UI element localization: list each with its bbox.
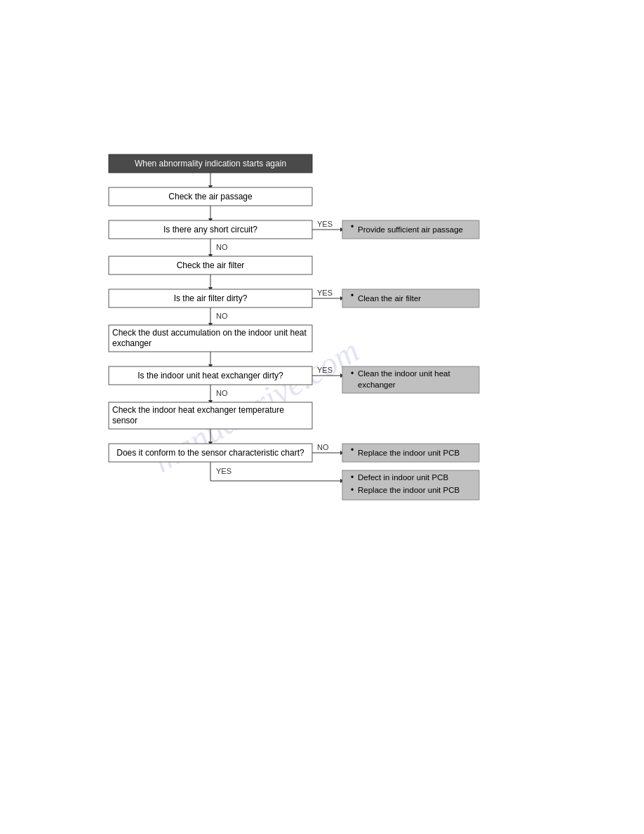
q3-yes-label: YES — [317, 366, 333, 374]
q3-label: Is the indoor unit heat exchanger dirty? — [137, 371, 283, 380]
q1-action-label: Provide sufficient air passage — [358, 225, 463, 234]
step1-label: Check the air passage — [168, 192, 253, 201]
q4-no-action-label: Replace the indoor unit PCB — [358, 449, 459, 457]
q4-no-label: NO — [317, 443, 329, 451]
q1-yes-label: YES — [317, 220, 333, 228]
q3-no-label: NO — [216, 389, 228, 397]
q2-action-label: Clean the air filter — [358, 294, 421, 303]
q3-action-label-2: exchanger — [358, 380, 396, 389]
q4-yes-label: YES — [216, 467, 232, 475]
q2-label: Is the air filter dirty? — [174, 293, 248, 303]
q4-label: Does it conform to the sensor characteri… — [116, 448, 304, 458]
step3-label-2: exchanger — [112, 338, 152, 348]
step2-label: Check the air filter — [177, 260, 245, 270]
step4-label-2: sensor — [112, 416, 137, 425]
q3-action-bullet: • — [351, 369, 354, 378]
q2-no-label: NO — [216, 312, 228, 320]
q2-yes-label: YES — [317, 289, 333, 297]
q3-action-label-1: Clean the indoor unit heat — [358, 369, 451, 378]
step3-label-1: Check the dust accumulation on the indoo… — [112, 328, 307, 338]
flowchart-diagram: When abnormality indication starts again… — [98, 151, 554, 628]
q4-yes-bullet-2: • — [351, 485, 354, 495]
q2-action-bullet: • — [351, 291, 354, 300]
q4-no-bullet: • — [351, 445, 354, 455]
q1-label: Is there any short circuit? — [163, 225, 257, 234]
q1-action-bullet: • — [351, 222, 354, 232]
q4-yes-action-label-1: Defect in indoor unit PCB — [358, 473, 448, 482]
q1-no-label: NO — [216, 243, 228, 251]
step4-label-1: Check the indoor heat exchanger temperat… — [112, 405, 284, 415]
q4-yes-action-label-2: Replace the indoor unit PCB — [358, 486, 459, 494]
start-label: When abnormality indication starts again — [135, 159, 286, 168]
q4-yes-bullet-1: • — [351, 472, 354, 482]
